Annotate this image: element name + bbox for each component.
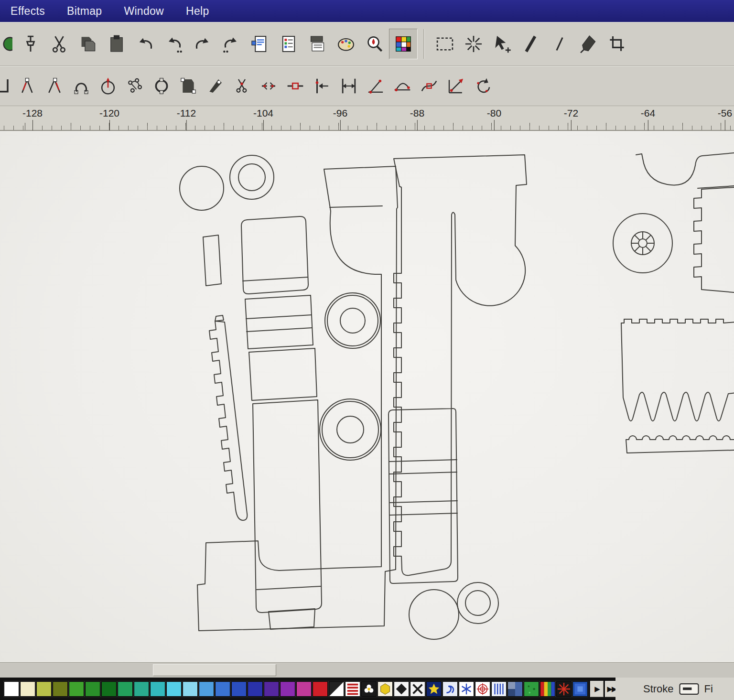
symmetric-node-icon[interactable]	[416, 72, 443, 100]
banded-rect-part[interactable]	[389, 409, 458, 583]
texture-blue-swatch[interactable]	[572, 681, 588, 697]
color-swatch[interactable]	[280, 681, 295, 697]
to-line-icon[interactable]	[309, 72, 335, 100]
bar-small[interactable]	[203, 235, 221, 286]
palette-scroll-fast-icon[interactable]: ▶▶	[605, 681, 615, 697]
palette-icon[interactable]	[332, 29, 360, 59]
grip-top-section[interactable]	[241, 216, 308, 294]
curve-handles-alt-icon[interactable]	[41, 72, 68, 100]
redo-icon[interactable]	[188, 29, 217, 59]
full-color-pattern-swatch[interactable]	[345, 681, 360, 697]
ring-small[interactable]	[230, 155, 274, 199]
circle-small[interactable]	[180, 166, 224, 210]
color-swatch[interactable]	[264, 681, 279, 697]
color-swatch[interactable]	[4, 681, 19, 697]
scrollbar-thumb[interactable]	[153, 664, 276, 676]
menu-help[interactable]: Help	[186, 5, 209, 18]
join-node-icon[interactable]	[282, 72, 309, 100]
break-node-icon[interactable]	[255, 72, 282, 100]
color-swatch[interactable]	[69, 681, 84, 697]
print-merge-icon[interactable]	[303, 29, 332, 59]
color-swatch[interactable]	[248, 681, 263, 697]
color-swatch[interactable]	[53, 681, 68, 697]
thin-line-icon[interactable]	[545, 29, 574, 59]
color-swatch[interactable]	[183, 681, 198, 697]
paste-icon[interactable]	[102, 29, 131, 59]
color-swatch[interactable]	[85, 681, 100, 697]
wand-icon[interactable]	[459, 29, 488, 59]
diamond-pattern-swatch[interactable]	[394, 681, 409, 697]
spoke-wheel[interactable]	[613, 214, 672, 273]
color-swatch[interactable]	[296, 681, 312, 697]
web-pattern-swatch[interactable]	[475, 681, 490, 697]
cusp-node-icon[interactable]	[362, 72, 389, 100]
palette-scroll-icon[interactable]: ▶	[590, 681, 604, 697]
undo-list-icon[interactable]	[160, 29, 188, 59]
menu-bitmap[interactable]: Bitmap	[67, 5, 102, 18]
color-swatch[interactable]	[215, 681, 230, 697]
pick-plus-icon[interactable]	[488, 29, 517, 59]
rotate-ring-icon[interactable]	[148, 72, 175, 100]
texture-blue-gray-swatch[interactable]	[507, 681, 523, 697]
texture-rainbow-swatch[interactable]	[540, 681, 555, 697]
cut-icon[interactable]	[45, 29, 74, 59]
knife-icon[interactable]	[574, 29, 603, 59]
color-swatch[interactable]	[150, 681, 165, 697]
crop-icon[interactable]	[603, 29, 631, 59]
drawing-canvas[interactable]	[0, 131, 734, 662]
flower-pattern-swatch[interactable]	[361, 681, 377, 697]
color-grid-icon[interactable]	[389, 29, 418, 59]
thick-line-icon[interactable]	[517, 29, 545, 59]
color-swatch[interactable]	[134, 681, 149, 697]
snowflake-pattern-swatch[interactable]	[459, 681, 474, 697]
two-color-pattern-swatch[interactable]	[329, 681, 344, 697]
color-swatch[interactable]	[231, 681, 247, 697]
export-icon[interactable]	[274, 29, 303, 59]
grip-band-lower[interactable]	[249, 348, 317, 400]
pen-nib-icon[interactable]	[202, 72, 228, 100]
lines-pattern-swatch[interactable]	[491, 681, 507, 697]
color-swatch[interactable]	[199, 681, 214, 697]
to-curve-icon[interactable]	[335, 72, 362, 100]
arched-top-panel[interactable]	[636, 153, 734, 188]
washer-upper[interactable]	[325, 293, 380, 348]
color-swatch[interactable]	[36, 681, 52, 697]
clipped-node-icon[interactable]	[0, 72, 14, 100]
marquee-icon[interactable]	[431, 29, 459, 59]
rotate-nodes-icon[interactable]	[469, 72, 496, 100]
clipped-left-icon[interactable]	[0, 29, 16, 59]
redo-list-icon[interactable]	[217, 29, 246, 59]
t-bracket-with-notched-strip[interactable]	[394, 155, 527, 575]
color-swatch[interactable]	[166, 681, 182, 697]
import-icon[interactable]	[246, 29, 274, 59]
curve-handles-icon[interactable]	[14, 72, 41, 100]
pin-icon[interactable]	[16, 29, 45, 59]
zoom-icon[interactable]	[360, 29, 389, 59]
grip-body[interactable]	[253, 400, 322, 629]
texture-starburst-swatch[interactable]	[556, 681, 572, 697]
menu-effects[interactable]: Effects	[11, 5, 45, 18]
node-scissors-icon[interactable]	[228, 72, 255, 100]
scale-nodes-icon[interactable]	[443, 72, 469, 100]
ring-bottom[interactable]	[457, 582, 498, 624]
boot-part-with-base[interactable]	[197, 166, 398, 631]
molecule-nodes-icon[interactable]	[121, 72, 148, 100]
star-pattern-swatch[interactable]	[426, 681, 442, 697]
color-swatch[interactable]	[118, 681, 133, 697]
grip-band-upper[interactable]	[245, 295, 313, 349]
horizontal-scrollbar[interactable]	[0, 662, 734, 678]
toothed-comb[interactable]	[621, 319, 734, 421]
copy-icon[interactable]	[74, 29, 102, 59]
color-swatch[interactable]	[101, 681, 117, 697]
undo-icon[interactable]	[131, 29, 160, 59]
serrated-strip[interactable]	[209, 315, 247, 520]
cross-pattern-swatch[interactable]	[410, 681, 425, 697]
stroke-width-icon[interactable]	[679, 683, 700, 695]
gauge-icon[interactable]	[95, 72, 121, 100]
hexagon-pattern-swatch[interactable]	[378, 681, 393, 697]
smooth-node-icon[interactable]	[389, 72, 416, 100]
bump-strip[interactable]	[626, 436, 734, 453]
menu-window[interactable]: Window	[124, 5, 164, 18]
washer-lower[interactable]	[320, 399, 381, 460]
color-swatch[interactable]	[20, 681, 35, 697]
